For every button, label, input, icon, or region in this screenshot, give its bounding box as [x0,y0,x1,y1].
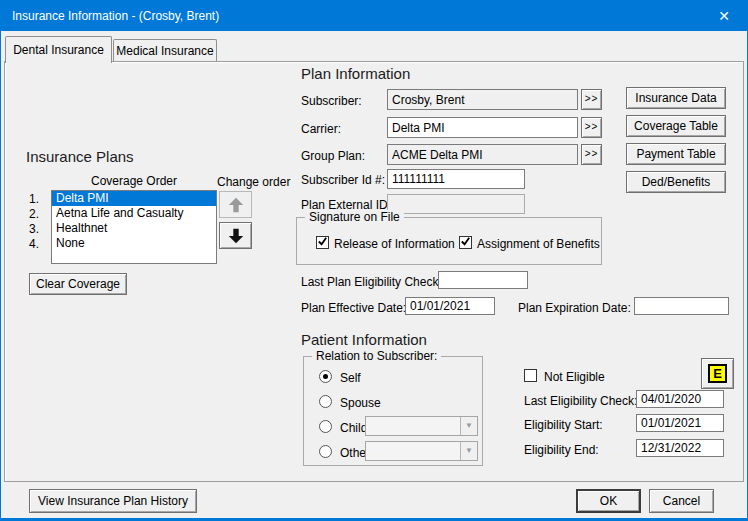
patient-information-heading: Patient Information [301,331,427,348]
carrier-search-button[interactable]: >> [581,117,602,138]
eligibility-end-field[interactable] [636,439,724,457]
tab-medical-insurance[interactable]: Medical Insurance [113,39,217,62]
ded-benefits-button[interactable]: Ded/Benefits [626,171,726,193]
last-plan-eligibility-check-field[interactable] [438,271,528,289]
change-order-label: Change order [217,175,290,189]
relation-child-label: Child [340,421,367,435]
coverage-order-number: 1. [29,192,39,206]
close-icon: ✕ [718,8,730,24]
coverage-order-number: 3. [29,222,39,236]
move-up-button[interactable] [219,191,252,218]
subscriber-label: Subscriber: [301,94,362,108]
list-item-healthnet[interactable]: Healthnet [52,221,216,236]
carrier-label: Carrier: [301,122,341,136]
list-item-aetna[interactable]: Aetna Life and Casualty [52,206,216,221]
chevrons-icon: >> [585,148,599,161]
plan-expiration-date-label: Plan Expiration Date: [518,301,631,315]
plan-effective-date-field[interactable] [405,297,495,315]
chevrons-icon: >> [585,93,599,106]
plan-expiration-date-field[interactable] [634,297,729,315]
other-select[interactable]: ▼ [365,441,478,461]
cancel-button[interactable]: Cancel [649,489,714,513]
check-icon [460,236,471,250]
plan-information-heading: Plan Information [301,65,410,82]
subscriber-search-button[interactable]: >> [581,89,602,110]
coverage-order-label: Coverage Order [51,174,217,188]
relation-other-radio[interactable] [319,445,332,458]
last-eligibility-check-label: Last Eligibility Check: [524,394,637,408]
last-eligibility-check-field[interactable] [636,390,724,408]
view-insurance-plan-history-button[interactable]: View Insurance Plan History [29,489,197,513]
eligibility-e-icon: E [708,364,727,383]
eligibility-check-button[interactable]: E [701,358,734,389]
down-arrow-icon [227,227,245,245]
chevron-down-icon: ▼ [460,417,477,435]
not-eligible-checkbox[interactable] [524,369,537,382]
tab-label: Dental Insurance [13,43,104,57]
plan-effective-date-label: Plan Effective Date: [301,301,406,315]
title-bar[interactable]: Insurance Information - (Crosby, Brent) [1,1,747,31]
relation-child-radio[interactable] [319,420,332,433]
insurance-data-button[interactable]: Insurance Data [626,87,726,109]
coverage-order-number: 2. [29,207,39,221]
eligibility-end-label: Eligibility End: [524,443,599,457]
group-plan-label: Group Plan: [301,149,365,163]
coverage-order-listbox[interactable]: Delta PMI Aetna Life and Casualty Health… [51,190,217,264]
clear-coverage-button[interactable]: Clear Coverage [29,273,127,295]
list-item-none[interactable]: None [52,236,216,251]
payment-table-button[interactable]: Payment Table [626,143,726,165]
last-plan-eligibility-check-label: Last Plan Eligibility Check: [301,275,442,289]
subscriber-id-label: Subscriber Id #: [301,173,385,187]
signature-on-file-title: Signature on File [305,210,404,224]
eligibility-start-label: Eligibility Start: [524,418,603,432]
release-of-information-label: Release of Information [334,237,455,251]
release-of-information-checkbox[interactable] [316,236,329,249]
assignment-of-benefits-label: Assignment of Benefits [477,237,600,251]
relation-self-radio[interactable] [319,370,332,383]
group-plan-field[interactable] [387,144,578,165]
subscriber-field[interactable] [387,89,578,110]
coverage-table-button[interactable]: Coverage Table [626,115,726,137]
window-title: Insurance Information - (Crosby, Brent) [12,9,219,23]
child-select[interactable]: ▼ [365,416,478,436]
ok-button[interactable]: OK [576,489,641,513]
not-eligible-label: Not Eligible [544,370,605,384]
move-down-button[interactable] [219,222,252,249]
up-arrow-icon [227,196,245,214]
group-plan-search-button[interactable]: >> [581,144,602,165]
relation-self-label: Self [340,371,361,385]
carrier-field[interactable] [387,117,578,138]
check-icon [317,236,328,250]
plan-external-id-field[interactable] [387,194,525,214]
close-button[interactable]: ✕ [701,1,747,31]
chevron-down-icon: ▼ [460,442,477,460]
relation-spouse-label: Spouse [340,396,381,410]
tab-label: Medical Insurance [116,44,213,58]
eligibility-start-field[interactable] [636,414,724,432]
list-item-delta-pmi[interactable]: Delta PMI [52,191,216,206]
relation-to-subscriber-title: Relation to Subscriber: [312,349,441,363]
relation-spouse-radio[interactable] [319,395,332,408]
chevrons-icon: >> [585,121,599,134]
insurance-information-dialog: Insurance Information - (Crosby, Brent) … [0,0,748,521]
insurance-plans-heading: Insurance Plans [26,148,134,165]
assignment-of-benefits-checkbox[interactable] [459,236,472,249]
subscriber-id-field[interactable] [387,169,525,189]
tab-dental-insurance[interactable]: Dental Insurance [5,36,112,63]
coverage-order-number: 4. [29,237,39,251]
